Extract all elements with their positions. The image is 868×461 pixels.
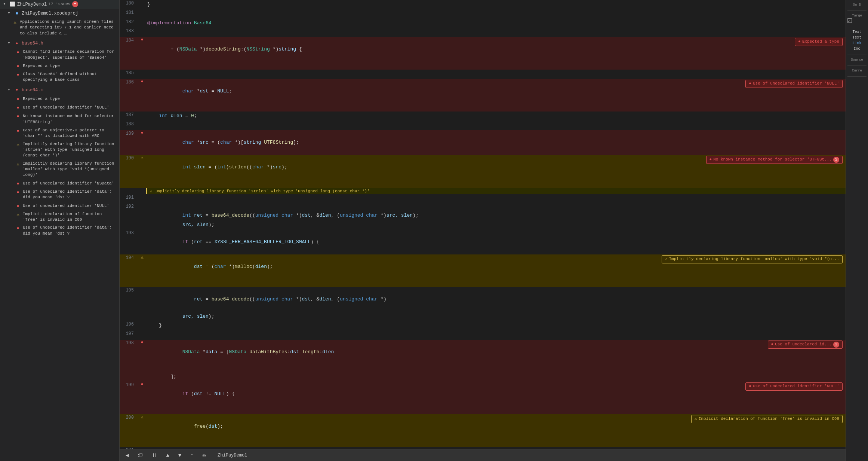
error-icon-199: ●	[749, 383, 751, 390]
inline-error-199: ● Use of undeclared identifier 'NULL'	[745, 382, 843, 391]
error-icon-2: ●	[15, 63, 21, 69]
toolbar-down-btn[interactable]: ▼	[177, 452, 183, 459]
code-line-199: 199 ● if (dst != NULL) { ● Use of undecl…	[120, 382, 846, 414]
line-content-195b: src, slen);	[146, 312, 846, 321]
line-num-190: 190	[120, 155, 138, 161]
line-content-197	[146, 330, 846, 340]
line-num-192b	[120, 220, 138, 221]
code-line-192: 192 int ret = base64_decode((unsigned ch…	[120, 203, 846, 220]
code-line-182: 182 @implementation Base64	[120, 19, 846, 28]
base64m-name: base64.m	[22, 87, 43, 94]
error-icon-3: ●	[15, 72, 21, 78]
code-line-185: 185	[120, 70, 846, 79]
xcodeproj-expand-icon	[6, 10, 12, 16]
sidebar-base64m-item5[interactable]: ⚠ Implicitly declaring library function …	[0, 140, 119, 160]
error-icon-m8: ●	[15, 189, 21, 195]
toolbar-pause-btn[interactable]: ⏸	[150, 452, 158, 459]
sidebar-project-row[interactable]: ⬜ ZhiPayDemol 17 issues ●	[0, 0, 119, 9]
toolbar-upload-btn[interactable]: ↑	[189, 452, 195, 459]
right-current-label: Curre	[847, 69, 867, 73]
line-num-197: 197	[120, 330, 138, 336]
error-icon-m1: ●	[15, 96, 21, 102]
line-content-200: free(dst); ⚠ Implicit declaration of fun…	[146, 414, 846, 447]
xcodeproj-name: ZhiPayDemol.xcodeproj	[22, 10, 78, 17]
sidebar-base64m-item2[interactable]: ● Use of undeclared identifier 'NULL'	[0, 103, 119, 112]
sidebar-warning-apps[interactable]: ⚠ Applications using launch screen files…	[0, 18, 119, 37]
checkbox-icon[interactable]: ✓	[847, 18, 852, 23]
error-icon-m2: ●	[15, 105, 21, 111]
warning-icon-apps: ⚠	[12, 19, 18, 25]
sidebar-base64h[interactable]: ● base64.h	[0, 39, 119, 48]
code-line-189: 189 ● char *src = (char *)[string UTF8St…	[120, 130, 846, 155]
sidebar-base64m-item6[interactable]: ⚠ Implicitly declaring library function …	[0, 160, 119, 179]
base64h-icon: ●	[14, 40, 20, 46]
sidebar-base64m-item8[interactable]: ● Use of undeclared identifier 'data'; d…	[0, 188, 119, 202]
badge-198: 2	[833, 342, 839, 348]
sidebar-base64h-item1[interactable]: ● Cannot find interface declaration for …	[0, 48, 119, 62]
sidebar-base64m-item4[interactable]: ● Cast of an Objective-C pointer to 'cha…	[0, 126, 119, 140]
code-line-195: 195 ret = base64_decode((unsigned char *…	[120, 287, 846, 312]
line-content-181	[146, 9, 846, 19]
badge-190: 2	[833, 157, 839, 163]
code-line-187: 187 int dlen = 0;	[120, 112, 846, 121]
sidebar-base64h-item2[interactable]: ● Expected a type	[0, 62, 119, 70]
code-editor[interactable]: 180 } 181 182 @implementation Base64 183…	[120, 0, 846, 449]
line-content-186: char *dst = NULL; ● Use of undeclared id…	[146, 79, 846, 112]
sidebar-base64m-item1[interactable]: ● Expected a type	[0, 95, 119, 103]
line-content-191	[146, 194, 846, 204]
toolbar-tag-btn[interactable]: 🏷	[136, 452, 144, 459]
warning-gutter-200: ⚠	[141, 414, 143, 420]
line-content-198: NSData *data = [NSData dataWithBytes:dst…	[146, 340, 846, 372]
project-name: ZhiPayDemol	[17, 1, 47, 8]
gutter-198: ●	[138, 340, 146, 345]
code-line-201: 201 }	[120, 447, 846, 449]
warning-icon-m10: ⚠	[15, 212, 21, 218]
sidebar: ⬜ ZhiPayDemol 17 issues ● ■ ZhiPayDemol.…	[0, 0, 120, 461]
error-icon-190: ●	[710, 156, 712, 163]
line-content-198b: ];	[146, 372, 846, 382]
gutter-199: ●	[138, 382, 146, 387]
sidebar-base64m-item10[interactable]: ⚠ Implicit declaration of function 'free…	[0, 210, 119, 224]
right-link: Link	[847, 40, 867, 46]
inline-warning-200: ⚠ Implicit declaration of function 'free…	[691, 415, 843, 423]
right-text1: Text	[847, 29, 867, 35]
error-icon-m9: ●	[15, 203, 21, 209]
project-issues: 17 issues	[48, 1, 70, 7]
gutter-189: ●	[138, 130, 146, 135]
code-line-196: 196 }	[120, 321, 846, 330]
inline-error-184: ● Expected a type	[795, 38, 843, 46]
gutter-186: ●	[138, 79, 146, 84]
sidebar-base64m[interactable]: ● base64.m	[0, 86, 119, 95]
sidebar-base64m-item9[interactable]: ● Use of undeclared identifier 'NULL'	[0, 202, 119, 210]
code-line-188: 188	[120, 121, 846, 130]
toolbar-up-btn[interactable]: ▲	[164, 452, 170, 459]
line-content-195: ret = base64_decode((unsigned char *)dst…	[146, 287, 846, 312]
sidebar-base64m-item11[interactable]: ● Use of undeclared identifier 'data'; d…	[0, 224, 119, 238]
toolbar-back-btn[interactable]: ◀	[124, 451, 130, 459]
gutter-194: ⚠	[138, 254, 146, 260]
base64h-expand-icon	[6, 40, 12, 46]
sidebar-base64h-item3[interactable]: ● Class 'Base64' defined without specify…	[0, 70, 119, 84]
gutter-190: ⚠	[138, 155, 146, 161]
sidebar-base64m-item7[interactable]: ● Use of undeclared identifier 'NSData'	[0, 179, 119, 188]
inline-error-190: ● No known instance method for selector …	[706, 156, 843, 164]
line-content-201: }	[146, 447, 846, 449]
toolbar-location-btn[interactable]: ◎	[201, 451, 207, 459]
sidebar-xcodeproj[interactable]: ■ ZhiPayDemol.xcodeproj	[0, 9, 119, 18]
line-num-180: 180	[120, 0, 138, 6]
line-num-186: 186	[120, 79, 138, 85]
error-icon-m7: ●	[15, 181, 21, 187]
sidebar-base64h-error3: Class 'Base64' defined without specifyin…	[23, 71, 116, 83]
code-line-180: 180 }	[120, 0, 846, 9]
line-content-192: int ret = base64_decode((unsigned char *…	[146, 203, 846, 220]
line-content-188	[146, 121, 846, 130]
line-num-182: 182	[120, 19, 138, 25]
sidebar-base64m-error8: Use of undeclared identifier 'data'; did…	[23, 189, 116, 201]
code-line-186: 186 ● char *dst = NULL; ● Use of undecla…	[120, 79, 846, 112]
warning-icon-m6: ⚠	[15, 161, 21, 167]
sidebar-base64m-item3[interactable]: ● No known instance method for selector …	[0, 112, 119, 126]
sidebar-warning-text-apps: Applications using launch screen files a…	[20, 19, 116, 36]
line-content-180: }	[146, 0, 846, 9]
code-line-198b: ];	[120, 372, 846, 382]
line-content-184: + (NSData *)decodeString:(NSString *)str…	[146, 37, 846, 70]
